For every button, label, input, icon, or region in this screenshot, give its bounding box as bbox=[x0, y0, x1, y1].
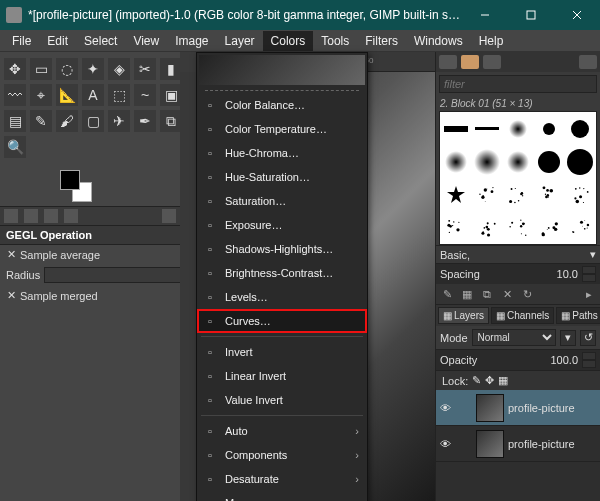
minimize-button[interactable] bbox=[462, 0, 508, 30]
menu-item-exposure[interactable]: ▫Exposure… bbox=[197, 213, 367, 237]
tool-1[interactable]: ▭ bbox=[30, 58, 52, 80]
brush-item[interactable] bbox=[502, 112, 533, 145]
dock-menu-icon[interactable] bbox=[162, 209, 176, 223]
reset-icon[interactable]: ↺ bbox=[580, 330, 596, 346]
tool-19[interactable]: ✒ bbox=[134, 110, 156, 132]
menu-layer[interactable]: Layer bbox=[217, 31, 263, 51]
brush-item[interactable] bbox=[471, 112, 502, 145]
edit-icon[interactable]: ✎ bbox=[440, 287, 454, 301]
menu-item-value-invert[interactable]: ▫Value Invert bbox=[197, 388, 367, 412]
menu-edit[interactable]: Edit bbox=[39, 31, 76, 51]
tool-16[interactable]: 🖌 bbox=[56, 110, 78, 132]
brush-item[interactable] bbox=[440, 211, 471, 244]
menu-item-shadows-highlights[interactable]: ▫Shadows-Highlights… bbox=[197, 237, 367, 261]
brush-item[interactable] bbox=[534, 112, 565, 145]
spacing-row[interactable]: Spacing 10.0 bbox=[436, 263, 600, 284]
tool-9[interactable]: 📐 bbox=[56, 84, 78, 106]
menu-file[interactable]: File bbox=[4, 31, 39, 51]
brush-item[interactable] bbox=[502, 145, 533, 178]
menu-help[interactable]: Help bbox=[471, 31, 512, 51]
menu-item-color-balance[interactable]: ▫Color Balance… bbox=[197, 93, 367, 117]
brush-item[interactable] bbox=[565, 178, 596, 211]
menu-item-saturation[interactable]: ▫Saturation… bbox=[197, 189, 367, 213]
menu-colors[interactable]: Colors bbox=[263, 31, 314, 51]
fg-bg-colors[interactable] bbox=[60, 170, 92, 202]
dock-tab[interactable] bbox=[439, 55, 457, 69]
menu-item-auto[interactable]: ▫Auto› bbox=[197, 419, 367, 443]
brush-item[interactable] bbox=[440, 145, 471, 178]
menu-item-components[interactable]: ▫Components› bbox=[197, 443, 367, 467]
menu-view[interactable]: View bbox=[125, 31, 167, 51]
refresh-icon[interactable]: ↻ bbox=[520, 287, 534, 301]
brush-item[interactable] bbox=[534, 178, 565, 211]
brush-item[interactable] bbox=[502, 211, 533, 244]
brush-item[interactable] bbox=[440, 112, 471, 145]
close-icon[interactable]: ✕ bbox=[6, 248, 16, 261]
tool-17[interactable]: ▢ bbox=[82, 110, 104, 132]
tool-4[interactable]: ◈ bbox=[108, 58, 130, 80]
tool-3[interactable]: ✦ bbox=[82, 58, 104, 80]
brush-grid[interactable] bbox=[439, 111, 597, 245]
new-icon[interactable]: ▦ bbox=[460, 287, 474, 301]
menu-item-invert[interactable]: ▫Invert bbox=[197, 340, 367, 364]
brush-item[interactable] bbox=[565, 112, 596, 145]
layer-row[interactable]: 👁profile-picture bbox=[436, 426, 600, 462]
lock-position-icon[interactable]: ✥ bbox=[485, 374, 494, 387]
menu-windows[interactable]: Windows bbox=[406, 31, 471, 51]
menu-item-hue-saturation[interactable]: ▫Hue-Saturation… bbox=[197, 165, 367, 189]
tool-0[interactable]: ✥ bbox=[4, 58, 26, 80]
tool-18[interactable]: ✈ bbox=[108, 110, 130, 132]
tab-icon[interactable] bbox=[64, 209, 78, 223]
maximize-button[interactable] bbox=[508, 0, 554, 30]
tool-21[interactable]: 🔍 bbox=[4, 136, 26, 158]
tool-2[interactable]: ◌ bbox=[56, 58, 78, 80]
brush-item[interactable] bbox=[471, 211, 502, 244]
menu-item-levels[interactable]: ▫Levels… bbox=[197, 285, 367, 309]
tool-12[interactable]: ~ bbox=[134, 84, 156, 106]
lock-alpha-icon[interactable]: ▦ bbox=[498, 374, 508, 387]
tool-10[interactable]: A bbox=[82, 84, 104, 106]
tab-channels[interactable]: ▦Channels bbox=[491, 307, 554, 324]
duplicate-icon[interactable]: ⧉ bbox=[480, 287, 494, 301]
menu-tools[interactable]: Tools bbox=[313, 31, 357, 51]
fg-color-swatch[interactable] bbox=[60, 170, 80, 190]
tool-11[interactable]: ⬚ bbox=[108, 84, 130, 106]
menu-icon[interactable]: ▸ bbox=[582, 287, 596, 301]
close-icon[interactable]: ✕ bbox=[6, 289, 16, 302]
tab-paths[interactable]: ▦Paths bbox=[556, 307, 600, 324]
tool-13[interactable]: ▣ bbox=[160, 84, 182, 106]
lock-pixels-icon[interactable]: ✎ bbox=[472, 374, 481, 387]
tab-icon[interactable] bbox=[4, 209, 18, 223]
delete-icon[interactable]: ✕ bbox=[500, 287, 514, 301]
brush-item[interactable] bbox=[534, 145, 565, 178]
menu-item-linear-invert[interactable]: ▫Linear Invert bbox=[197, 364, 367, 388]
chevron-down-icon[interactable]: ▾ bbox=[560, 330, 576, 346]
opacity-spinner[interactable] bbox=[582, 352, 596, 368]
menu-item-hue-chroma[interactable]: ▫Hue-Chroma… bbox=[197, 141, 367, 165]
brush-item[interactable] bbox=[502, 178, 533, 211]
tool-8[interactable]: ⌖ bbox=[30, 84, 52, 106]
menu-select[interactable]: Select bbox=[76, 31, 125, 51]
tab-layers[interactable]: ▦Layers bbox=[438, 307, 489, 324]
menu-item-brightness-contrast[interactable]: ▫Brightness-Contrast… bbox=[197, 261, 367, 285]
brush-filter-input[interactable] bbox=[439, 75, 597, 93]
dock-tab[interactable] bbox=[483, 55, 501, 69]
tool-20[interactable]: ⧉ bbox=[160, 110, 182, 132]
opacity-row[interactable]: Opacity 100.0 bbox=[436, 349, 600, 370]
layer-row[interactable]: 👁profile-picture bbox=[436, 390, 600, 426]
tab-icon[interactable] bbox=[24, 209, 38, 223]
visibility-icon[interactable]: 👁 bbox=[440, 438, 454, 450]
brush-item[interactable] bbox=[534, 211, 565, 244]
sample-merged-row[interactable]: ✕ Sample merged bbox=[0, 286, 180, 305]
menu-tearoff[interactable] bbox=[205, 87, 359, 91]
brush-item[interactable] bbox=[565, 145, 596, 178]
spacing-spinner[interactable] bbox=[582, 266, 596, 282]
tool-14[interactable]: ▤ bbox=[4, 110, 26, 132]
brush-item[interactable] bbox=[471, 145, 502, 178]
tool-7[interactable]: 〰 bbox=[4, 84, 26, 106]
close-button[interactable] bbox=[554, 0, 600, 30]
menu-image[interactable]: Image bbox=[167, 31, 216, 51]
radius-input[interactable] bbox=[44, 267, 190, 283]
tab-icon[interactable] bbox=[44, 209, 58, 223]
chevron-down-icon[interactable]: ▾ bbox=[590, 248, 596, 261]
